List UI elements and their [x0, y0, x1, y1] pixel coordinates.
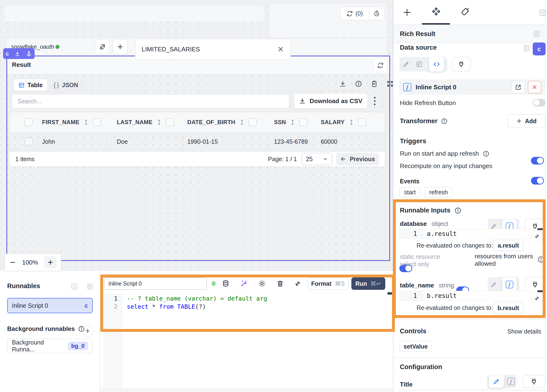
row-checkbox[interactable]	[25, 137, 33, 146]
column-header-last-name[interactable]: LAST_NAME	[117, 112, 174, 132]
download-icon[interactable]	[339, 80, 346, 87]
runnable-item-background-0[interactable]: Background Runna... bg_0	[7, 338, 93, 353]
table-search-input[interactable]: Search...	[12, 94, 289, 108]
database-reeval-target[interactable]: a.result	[493, 240, 524, 251]
info-icon[interactable]	[441, 118, 448, 125]
column-header-first-name[interactable]: FIRST_NAME	[42, 112, 101, 132]
run-on-start-toggle[interactable]	[531, 157, 544, 164]
add-query-button[interactable]	[113, 39, 128, 54]
plus-icon	[516, 118, 522, 124]
function-mode-icon[interactable]: f	[507, 378, 515, 385]
rich-result-component[interactable]: Result Table { } JSON	[7, 56, 390, 261]
recompute-toggle[interactable]	[531, 177, 544, 184]
expand-code-button[interactable]	[532, 294, 542, 303]
page-size-select[interactable]: 25	[302, 153, 332, 165]
ai-wand-icon[interactable]	[240, 280, 248, 287]
settings-gear-icon[interactable]	[258, 280, 266, 287]
column-filter-checkbox[interactable]	[249, 118, 257, 126]
function-mode-icon[interactable]	[416, 61, 423, 68]
sort-icon[interactable]	[83, 119, 89, 126]
column-filter-checkbox[interactable]	[299, 118, 308, 126]
input-database-code[interactable]: 1 a.result	[399, 229, 545, 239]
format-button[interactable]: Format ⌘S	[308, 277, 349, 290]
placeholder-component-top[interactable]	[5, 6, 264, 21]
title-input[interactable]	[399, 390, 545, 392]
script-name-input[interactable]: Inline Script 0	[104, 277, 207, 290]
static-mode-selected[interactable]	[489, 375, 504, 388]
expand-icon[interactable]	[386, 80, 394, 87]
app-canvas[interactable]: (0) snowflake_oauth LIMITED_SALARIES Res…	[0, 0, 393, 271]
editor-hscrollbar[interactable]	[100, 389, 393, 392]
show-details-link[interactable]: Show details	[507, 328, 541, 335]
title-connect-button[interactable]	[523, 375, 545, 388]
runnable-item-inline-script-0[interactable]: Inline Script 0 c	[7, 298, 93, 313]
expand-editor-icon[interactable]	[294, 280, 301, 287]
column-filter-checkbox[interactable]	[166, 118, 174, 126]
tab-table[interactable]: Table	[14, 79, 47, 91]
history-button[interactable]	[369, 10, 384, 17]
keyword: from	[159, 303, 173, 310]
code-mode-selected[interactable]	[429, 57, 444, 72]
column-header-ssn[interactable]: SSN	[274, 112, 308, 132]
static-value-pencil-icon[interactable]	[403, 61, 410, 68]
zoom-out-icon[interactable]	[9, 259, 16, 266]
control-chip-setvalue[interactable]: setValue	[399, 341, 432, 352]
event-chip-refresh[interactable]: refresh	[424, 187, 453, 197]
sort-icon[interactable]	[156, 119, 162, 126]
docs-icon[interactable]	[523, 44, 530, 52]
table-name-input[interactable]: LIMITED_SALARIES	[135, 39, 291, 60]
expand-down-icon[interactable]	[14, 51, 21, 57]
tab-json[interactable]: { } JSON	[49, 79, 83, 91]
table-menu-button[interactable]	[374, 95, 376, 108]
anchor-icon[interactable]	[26, 51, 32, 57]
info-icon[interactable]	[537, 256, 545, 263]
result-refresh-button[interactable]	[373, 59, 388, 72]
clear-input-icon[interactable]	[277, 46, 284, 53]
theme-tab-icon[interactable]	[459, 7, 470, 18]
docs-icon[interactable]	[87, 283, 94, 290]
docs-icon[interactable]	[533, 30, 540, 38]
sort-icon[interactable]	[290, 119, 295, 126]
select-all-checkbox[interactable]	[25, 118, 33, 126]
connect-input-button[interactable]	[452, 57, 471, 72]
info-icon[interactable]	[454, 207, 461, 214]
insert-component-tab-icon[interactable]	[402, 7, 412, 18]
info-icon[interactable]	[483, 150, 489, 157]
static-value-pencil-icon[interactable]	[490, 281, 497, 288]
unlink-button[interactable]	[95, 39, 110, 54]
copy-to-clipboard-icon[interactable]	[371, 80, 378, 87]
input-table-name-connect-button[interactable]	[525, 277, 545, 292]
hide-refresh-toggle[interactable]	[533, 99, 546, 107]
event-chip-start[interactable]: start	[399, 187, 420, 197]
collapse-sidebar-icon[interactable]	[539, 9, 547, 17]
download-csv-button[interactable]: Download as CSV	[294, 94, 367, 108]
code-line-1[interactable]: -- ? table_name (varchar) = default arg	[127, 295, 267, 302]
code-line-2[interactable]: select * from TABLE(?)	[127, 303, 206, 310]
refresh-all-button[interactable]: (0)	[340, 10, 369, 17]
previous-page-button[interactable]: Previous	[336, 153, 379, 165]
add-transformer-button[interactable]: Add	[507, 114, 545, 128]
settings-tab-icon[interactable]	[431, 7, 442, 18]
code-text: (?)	[195, 303, 206, 310]
data-source-script-row[interactable]: f Inline Script 0	[399, 80, 545, 95]
add-background-runnable-button[interactable]	[82, 325, 93, 337]
zoom-in-button[interactable]	[44, 256, 57, 269]
column-filter-checkbox[interactable]	[93, 118, 101, 126]
function-mode-selected[interactable]: f	[502, 277, 517, 292]
info-icon[interactable]	[355, 80, 362, 87]
database-icon[interactable]	[222, 280, 230, 287]
collapse-panel-icon[interactable]	[71, 283, 78, 290]
column-header-salary[interactable]: SALARY	[321, 112, 366, 132]
table-row[interactable]: John Doe 1990-01-15 123-45-6789 60000	[10, 133, 385, 151]
table-name-reeval-target[interactable]: b.result	[493, 302, 524, 314]
run-button[interactable]: Run ⌘↵	[351, 277, 385, 290]
remove-script-button[interactable]	[528, 81, 541, 93]
sort-icon[interactable]	[239, 119, 245, 126]
open-script-button[interactable]	[512, 81, 525, 93]
column-header-date-of-birth[interactable]: DATE_OF_BIRTH	[187, 112, 257, 132]
input-table-name-code[interactable]: 1 b.result	[399, 291, 545, 301]
delete-script-icon[interactable]	[276, 280, 284, 287]
expand-code-button[interactable]	[532, 232, 542, 241]
sort-icon[interactable]	[349, 119, 354, 126]
column-filter-checkbox[interactable]	[358, 118, 366, 126]
